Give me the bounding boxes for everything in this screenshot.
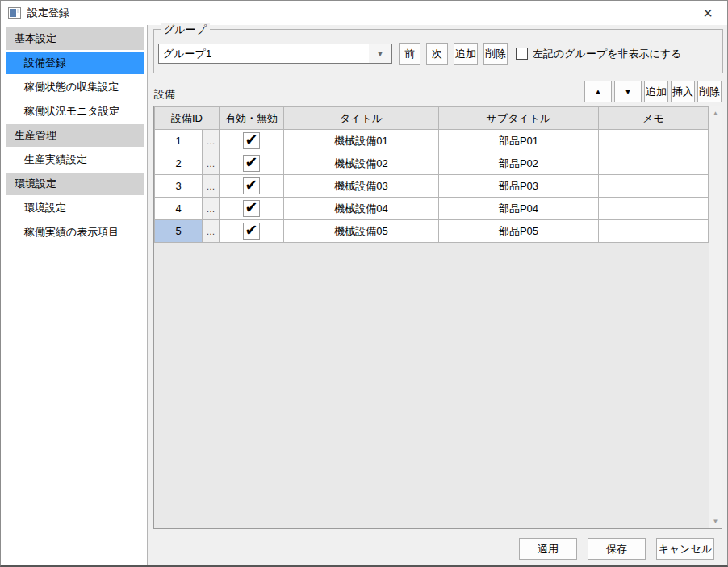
sidebar-item[interactable]: 設備登録	[6, 52, 144, 74]
sidebar-item[interactable]: 稼働実績の表示項目	[6, 221, 144, 244]
subtitle-cell[interactable]: 部品P04	[439, 198, 599, 220]
row-expand-button[interactable]: …	[203, 130, 220, 152]
column-header-memo: メモ	[599, 107, 709, 130]
sidebar-item[interactable]: 生産実績設定	[6, 148, 144, 171]
checkmark-icon: ✔	[245, 223, 258, 238]
save-button[interactable]: 保存	[588, 538, 646, 560]
column-header-subtitle: サブタイトル	[439, 107, 599, 130]
window-title: 設定登録	[27, 6, 69, 20]
group-fieldset: グループ グループ1 ▼ 前 次 追加 削除 左記のグループを非表示にする	[153, 29, 723, 73]
sidebar: 基本設定設備登録稼働状態の収集設定稼働状況モニタ設定生産管理生産実績設定環境設定…	[1, 25, 147, 567]
sidebar-section-header: 生産管理	[6, 124, 144, 147]
equipment-table-container: 設備ID 有効・無効 タイトル サブタイトル メモ 1…✔機械設備01部品P01…	[153, 106, 722, 529]
equipment-id-cell[interactable]: 5	[155, 220, 203, 243]
settings-dialog: 設定登録 × 基本設定設備登録稼働状態の収集設定稼働状況モニタ設定生産管理生産実…	[0, 0, 728, 567]
enabled-checkbox[interactable]: ✔	[243, 177, 260, 194]
row-expand-button[interactable]: …	[203, 152, 220, 175]
chevron-down-icon[interactable]: ▼	[369, 44, 391, 63]
row-expand-button[interactable]: …	[203, 220, 220, 243]
column-header-id: 設備ID	[155, 107, 220, 130]
equipment-id-cell[interactable]: 4	[155, 198, 203, 220]
group-combobox-value: グループ1	[159, 44, 369, 63]
column-header-enabled: 有効・無効	[220, 107, 284, 130]
checkmark-icon: ✔	[245, 177, 258, 193]
sidebar-section-header: 基本設定	[6, 27, 144, 50]
equipment-section-label: 設備	[154, 87, 175, 102]
memo-cell[interactable]	[599, 152, 709, 175]
insert-row-button[interactable]: 挿入	[671, 81, 695, 102]
close-button[interactable]: ×	[690, 1, 726, 24]
sidebar-item[interactable]: 稼働状態の収集設定	[6, 76, 144, 98]
equipment-toolbar: ▲ ▼ 追加 挿入 削除	[584, 81, 722, 102]
cancel-button[interactable]: キャンセル	[656, 538, 714, 560]
memo-cell[interactable]	[599, 175, 709, 198]
column-header-title: タイトル	[284, 107, 439, 130]
title-cell[interactable]: 機械設備05	[284, 220, 439, 243]
title-cell[interactable]: 機械設備04	[284, 198, 439, 220]
footer-buttons: 適用 保存 キャンセル	[519, 538, 714, 560]
memo-cell[interactable]	[599, 130, 709, 152]
row-expand-button[interactable]: …	[203, 175, 220, 198]
table-row: 5…✔機械設備05部品P05	[155, 220, 709, 243]
hide-group-checkbox[interactable]	[516, 48, 528, 60]
checkmark-icon: ✔	[245, 155, 258, 170]
enabled-cell: ✔	[220, 130, 284, 152]
enabled-cell: ✔	[220, 152, 284, 175]
memo-cell[interactable]	[599, 198, 709, 220]
checkmark-icon: ✔	[245, 200, 258, 215]
title-cell[interactable]: 機械設備02	[284, 152, 439, 175]
equipment-id-cell[interactable]: 2	[155, 152, 203, 175]
memo-cell[interactable]	[599, 220, 709, 243]
group-combobox[interactable]: グループ1 ▼	[158, 44, 392, 64]
checkmark-icon: ✔	[245, 132, 258, 148]
equipment-table: 設備ID 有効・無効 タイトル サブタイトル メモ 1…✔機械設備01部品P01…	[154, 106, 709, 243]
enabled-cell: ✔	[220, 220, 284, 243]
titlebar: 設定登録 ×	[1, 1, 727, 25]
subtitle-cell[interactable]: 部品P05	[439, 220, 599, 243]
sidebar-section-header: 環境設定	[6, 173, 144, 195]
equipment-id-cell[interactable]: 3	[155, 175, 203, 198]
title-cell[interactable]: 機械設備01	[284, 130, 439, 152]
scroll-down-icon[interactable]: ▼	[709, 518, 722, 525]
sidebar-item[interactable]: 環境設定	[6, 197, 144, 219]
enabled-cell: ✔	[220, 198, 284, 220]
delete-row-button[interactable]: 削除	[697, 81, 722, 102]
move-down-button[interactable]: ▼	[614, 81, 642, 102]
enabled-cell: ✔	[220, 175, 284, 198]
app-icon	[8, 7, 21, 19]
prev-group-button[interactable]: 前	[399, 43, 420, 65]
enabled-checkbox[interactable]: ✔	[243, 155, 260, 172]
table-row: 3…✔機械設備03部品P03	[155, 175, 709, 198]
subtitle-cell[interactable]: 部品P03	[439, 175, 599, 198]
title-cell[interactable]: 機械設備03	[284, 175, 439, 198]
add-group-button[interactable]: 追加	[454, 43, 478, 65]
subtitle-cell[interactable]: 部品P01	[439, 130, 599, 152]
equipment-id-cell[interactable]: 1	[155, 130, 203, 152]
enabled-checkbox[interactable]: ✔	[243, 200, 260, 217]
table-header-row: 設備ID 有効・無効 タイトル サブタイトル メモ	[155, 107, 709, 130]
enabled-checkbox[interactable]: ✔	[243, 132, 260, 149]
apply-button[interactable]: 適用	[519, 538, 577, 560]
subtitle-cell[interactable]: 部品P02	[439, 152, 599, 175]
group-legend: グループ	[161, 23, 210, 37]
hide-group-checkbox-label: 左記のグループを非表示にする	[533, 47, 681, 61]
add-row-button[interactable]: 追加	[644, 81, 668, 102]
table-row: 1…✔機械設備01部品P01	[155, 130, 709, 152]
dialog-body: 基本設定設備登録稼働状態の収集設定稼働状況モニタ設定生産管理生産実績設定環境設定…	[1, 25, 727, 567]
move-up-button[interactable]: ▲	[584, 81, 612, 102]
table-row: 4…✔機械設備04部品P04	[155, 198, 709, 220]
row-expand-button[interactable]: …	[203, 198, 220, 220]
main-panel: グループ グループ1 ▼ 前 次 追加 削除 左記のグループを非表示にする 設備…	[147, 25, 727, 567]
table-row: 2…✔機械設備02部品P02	[155, 152, 709, 175]
enabled-checkbox[interactable]: ✔	[243, 223, 260, 240]
sidebar-item[interactable]: 稼働状況モニタ設定	[6, 100, 144, 123]
scroll-up-icon[interactable]: ▲	[709, 110, 722, 117]
delete-group-button[interactable]: 削除	[483, 43, 508, 65]
table-scrollbar[interactable]: ▲ ▼	[709, 106, 722, 528]
group-controls: グループ1 ▼ 前 次 追加 削除 左記のグループを非表示にする	[158, 43, 681, 65]
next-group-button[interactable]: 次	[426, 43, 448, 65]
